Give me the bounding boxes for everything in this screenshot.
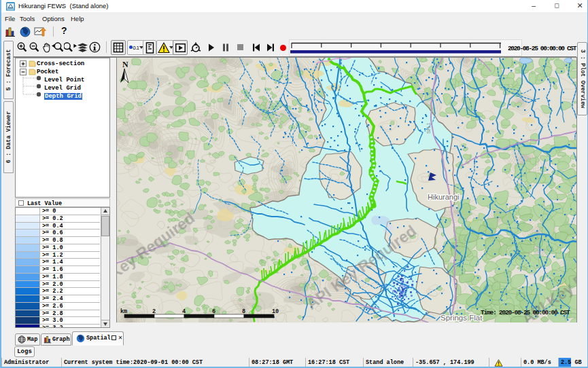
svg-text:SH 1: SH 1	[426, 122, 432, 134]
svg-text:N: N	[122, 60, 128, 69]
svg-text:Hikurangi: Hikurangi	[428, 193, 459, 201]
svg-text:6: 6	[212, 308, 215, 315]
svg-text:8: 8	[242, 308, 245, 315]
svg-text:4: 4	[182, 308, 186, 315]
svg-text:2: 2	[152, 308, 156, 315]
svg-text:Springs Flat: Springs Flat	[440, 314, 483, 322]
svg-text:km: km	[120, 308, 127, 315]
svg-text:10: 10	[272, 308, 279, 315]
svg-text:Time: 2020-08-25 00:00:00 CST: Time: 2020-08-25 00:00:00 CST	[481, 309, 570, 316]
